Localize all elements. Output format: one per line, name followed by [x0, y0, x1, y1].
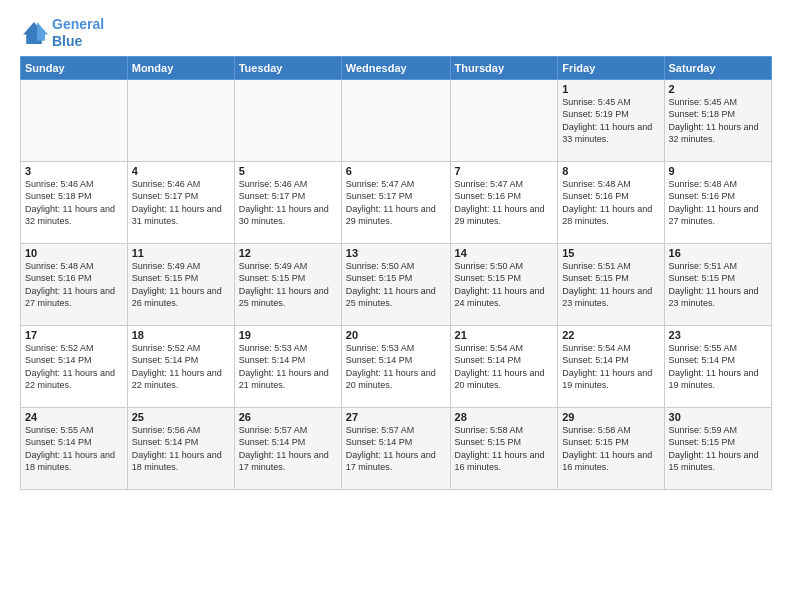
calendar-cell: 18Sunrise: 5:52 AMSunset: 5:14 PMDayligh…: [127, 325, 234, 407]
week-row-5: 24Sunrise: 5:55 AMSunset: 5:14 PMDayligh…: [21, 407, 772, 489]
calendar-cell: 6Sunrise: 5:47 AMSunset: 5:17 PMDaylight…: [341, 161, 450, 243]
day-info: Sunrise: 5:45 AMSunset: 5:19 PMDaylight:…: [562, 96, 659, 146]
calendar: SundayMondayTuesdayWednesdayThursdayFrid…: [20, 56, 772, 490]
day-info: Sunrise: 5:49 AMSunset: 5:15 PMDaylight:…: [239, 260, 337, 310]
calendar-cell: 14Sunrise: 5:50 AMSunset: 5:15 PMDayligh…: [450, 243, 558, 325]
day-number: 20: [346, 329, 446, 341]
logo-icon: [20, 19, 48, 47]
day-info: Sunrise: 5:52 AMSunset: 5:14 PMDaylight:…: [132, 342, 230, 392]
weekday-saturday: Saturday: [664, 56, 771, 79]
logo: General Blue: [20, 16, 104, 50]
calendar-header: SundayMondayTuesdayWednesdayThursdayFrid…: [21, 56, 772, 79]
weekday-thursday: Thursday: [450, 56, 558, 79]
calendar-cell: 7Sunrise: 5:47 AMSunset: 5:16 PMDaylight…: [450, 161, 558, 243]
day-info: Sunrise: 5:54 AMSunset: 5:14 PMDaylight:…: [562, 342, 659, 392]
calendar-cell: 10Sunrise: 5:48 AMSunset: 5:16 PMDayligh…: [21, 243, 128, 325]
logo-text: General Blue: [52, 16, 104, 50]
day-info: Sunrise: 5:48 AMSunset: 5:16 PMDaylight:…: [562, 178, 659, 228]
day-number: 22: [562, 329, 659, 341]
week-row-1: 1Sunrise: 5:45 AMSunset: 5:19 PMDaylight…: [21, 79, 772, 161]
day-number: 8: [562, 165, 659, 177]
weekday-tuesday: Tuesday: [234, 56, 341, 79]
weekday-monday: Monday: [127, 56, 234, 79]
day-number: 7: [455, 165, 554, 177]
calendar-cell: [21, 79, 128, 161]
calendar-cell: 2Sunrise: 5:45 AMSunset: 5:18 PMDaylight…: [664, 79, 771, 161]
calendar-cell: [341, 79, 450, 161]
calendar-cell: 15Sunrise: 5:51 AMSunset: 5:15 PMDayligh…: [558, 243, 664, 325]
day-info: Sunrise: 5:51 AMSunset: 5:15 PMDaylight:…: [562, 260, 659, 310]
calendar-cell: 9Sunrise: 5:48 AMSunset: 5:16 PMDaylight…: [664, 161, 771, 243]
day-number: 29: [562, 411, 659, 423]
day-info: Sunrise: 5:57 AMSunset: 5:14 PMDaylight:…: [346, 424, 446, 474]
calendar-cell: 28Sunrise: 5:58 AMSunset: 5:15 PMDayligh…: [450, 407, 558, 489]
day-info: Sunrise: 5:55 AMSunset: 5:14 PMDaylight:…: [25, 424, 123, 474]
svg-marker-1: [37, 22, 48, 41]
day-number: 30: [669, 411, 767, 423]
calendar-cell: 8Sunrise: 5:48 AMSunset: 5:16 PMDaylight…: [558, 161, 664, 243]
day-number: 19: [239, 329, 337, 341]
calendar-cell: [450, 79, 558, 161]
day-number: 10: [25, 247, 123, 259]
day-info: Sunrise: 5:48 AMSunset: 5:16 PMDaylight:…: [25, 260, 123, 310]
calendar-cell: 12Sunrise: 5:49 AMSunset: 5:15 PMDayligh…: [234, 243, 341, 325]
day-info: Sunrise: 5:54 AMSunset: 5:14 PMDaylight:…: [455, 342, 554, 392]
calendar-cell: 21Sunrise: 5:54 AMSunset: 5:14 PMDayligh…: [450, 325, 558, 407]
day-number: 13: [346, 247, 446, 259]
calendar-cell: 29Sunrise: 5:58 AMSunset: 5:15 PMDayligh…: [558, 407, 664, 489]
day-number: 16: [669, 247, 767, 259]
weekday-friday: Friday: [558, 56, 664, 79]
calendar-cell: 1Sunrise: 5:45 AMSunset: 5:19 PMDaylight…: [558, 79, 664, 161]
day-info: Sunrise: 5:49 AMSunset: 5:15 PMDaylight:…: [132, 260, 230, 310]
day-info: Sunrise: 5:52 AMSunset: 5:14 PMDaylight:…: [25, 342, 123, 392]
calendar-cell: 11Sunrise: 5:49 AMSunset: 5:15 PMDayligh…: [127, 243, 234, 325]
calendar-cell: 27Sunrise: 5:57 AMSunset: 5:14 PMDayligh…: [341, 407, 450, 489]
day-info: Sunrise: 5:48 AMSunset: 5:16 PMDaylight:…: [669, 178, 767, 228]
day-info: Sunrise: 5:53 AMSunset: 5:14 PMDaylight:…: [346, 342, 446, 392]
calendar-cell: 26Sunrise: 5:57 AMSunset: 5:14 PMDayligh…: [234, 407, 341, 489]
day-info: Sunrise: 5:50 AMSunset: 5:15 PMDaylight:…: [346, 260, 446, 310]
calendar-cell: 3Sunrise: 5:46 AMSunset: 5:18 PMDaylight…: [21, 161, 128, 243]
weekday-header-row: SundayMondayTuesdayWednesdayThursdayFrid…: [21, 56, 772, 79]
calendar-cell: 19Sunrise: 5:53 AMSunset: 5:14 PMDayligh…: [234, 325, 341, 407]
day-number: 26: [239, 411, 337, 423]
day-number: 27: [346, 411, 446, 423]
day-info: Sunrise: 5:47 AMSunset: 5:16 PMDaylight:…: [455, 178, 554, 228]
day-number: 3: [25, 165, 123, 177]
day-number: 17: [25, 329, 123, 341]
weekday-sunday: Sunday: [21, 56, 128, 79]
day-info: Sunrise: 5:59 AMSunset: 5:15 PMDaylight:…: [669, 424, 767, 474]
week-row-3: 10Sunrise: 5:48 AMSunset: 5:16 PMDayligh…: [21, 243, 772, 325]
day-number: 5: [239, 165, 337, 177]
day-number: 11: [132, 247, 230, 259]
day-info: Sunrise: 5:58 AMSunset: 5:15 PMDaylight:…: [455, 424, 554, 474]
calendar-cell: 16Sunrise: 5:51 AMSunset: 5:15 PMDayligh…: [664, 243, 771, 325]
day-number: 23: [669, 329, 767, 341]
day-info: Sunrise: 5:56 AMSunset: 5:14 PMDaylight:…: [132, 424, 230, 474]
week-row-2: 3Sunrise: 5:46 AMSunset: 5:18 PMDaylight…: [21, 161, 772, 243]
calendar-cell: 20Sunrise: 5:53 AMSunset: 5:14 PMDayligh…: [341, 325, 450, 407]
weekday-wednesday: Wednesday: [341, 56, 450, 79]
day-number: 2: [669, 83, 767, 95]
calendar-cell: 30Sunrise: 5:59 AMSunset: 5:15 PMDayligh…: [664, 407, 771, 489]
calendar-cell: 24Sunrise: 5:55 AMSunset: 5:14 PMDayligh…: [21, 407, 128, 489]
day-number: 4: [132, 165, 230, 177]
calendar-cell: 25Sunrise: 5:56 AMSunset: 5:14 PMDayligh…: [127, 407, 234, 489]
day-number: 1: [562, 83, 659, 95]
day-info: Sunrise: 5:53 AMSunset: 5:14 PMDaylight:…: [239, 342, 337, 392]
day-number: 6: [346, 165, 446, 177]
day-info: Sunrise: 5:58 AMSunset: 5:15 PMDaylight:…: [562, 424, 659, 474]
calendar-cell: [127, 79, 234, 161]
calendar-cell: 22Sunrise: 5:54 AMSunset: 5:14 PMDayligh…: [558, 325, 664, 407]
calendar-cell: [234, 79, 341, 161]
day-number: 12: [239, 247, 337, 259]
calendar-cell: 23Sunrise: 5:55 AMSunset: 5:14 PMDayligh…: [664, 325, 771, 407]
day-number: 21: [455, 329, 554, 341]
calendar-cell: 13Sunrise: 5:50 AMSunset: 5:15 PMDayligh…: [341, 243, 450, 325]
day-number: 15: [562, 247, 659, 259]
day-number: 18: [132, 329, 230, 341]
day-info: Sunrise: 5:51 AMSunset: 5:15 PMDaylight:…: [669, 260, 767, 310]
day-number: 25: [132, 411, 230, 423]
week-row-4: 17Sunrise: 5:52 AMSunset: 5:14 PMDayligh…: [21, 325, 772, 407]
day-info: Sunrise: 5:55 AMSunset: 5:14 PMDaylight:…: [669, 342, 767, 392]
